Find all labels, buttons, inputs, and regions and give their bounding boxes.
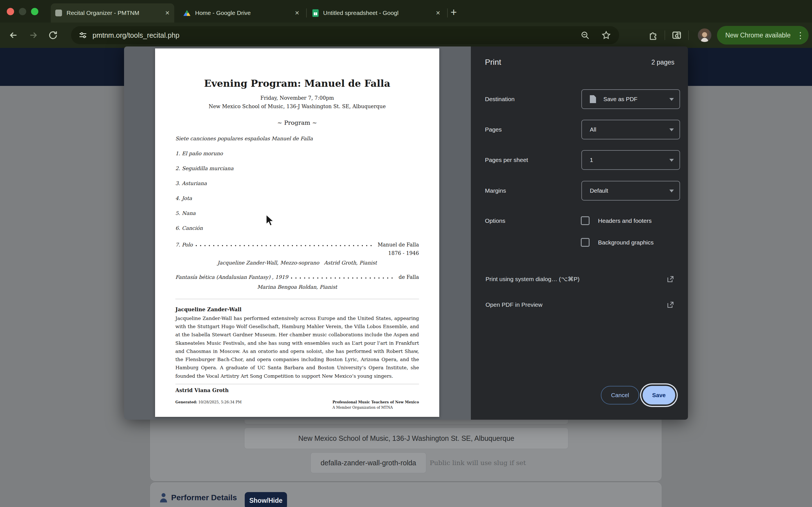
piece-row-polo: 7. Polo Manuel de Falla	[175, 242, 419, 247]
document-title: Evening Program: Manuel de Falla	[175, 78, 419, 89]
destination-value: Save as PDF	[603, 96, 638, 103]
options-label: Options	[485, 217, 505, 224]
screen: Recital Organizer - PMTNM ✕ Home - Googl…	[0, 0, 812, 507]
forward-icon[interactable]	[28, 30, 38, 40]
divider	[175, 384, 419, 384]
tab-spreadsheet[interactable]: Untitled spreadsheet - Googl ✕	[308, 3, 444, 22]
org-footer: Professional Music Teachers of New Mexic…	[333, 400, 419, 409]
generated-timestamp: Generated: 10/28/2025, 5:26:34 PM	[175, 400, 242, 409]
system-dialog-link[interactable]: Print using system dialog… (⌥⌘P)	[486, 274, 674, 284]
pages-per-sheet-select[interactable]: 1	[581, 150, 680, 170]
minimize-window-button[interactable]	[19, 8, 26, 15]
pages-select[interactable]: All	[581, 120, 680, 139]
print-dialog: Evening Program: Manuel de Falla Friday,…	[124, 47, 688, 420]
piece-title: Fantasía bética (Andalusian Fantasy) , 1…	[175, 274, 288, 280]
extensions-puzzle-icon[interactable]	[648, 30, 658, 40]
new-tab-button[interactable]: +	[451, 6, 457, 18]
movement-3: 3. Asturiana	[175, 180, 419, 186]
update-chrome-button[interactable]: New Chrome available ⋮	[717, 26, 809, 45]
composer-dates: 1876 - 1946	[175, 250, 419, 256]
tab-title: Untitled spreadsheet - Googl	[323, 10, 432, 16]
print-dialog-title: Print	[485, 58, 501, 67]
piece-row-fantasia: Fantasía bética (Andalusian Fantasy) , 1…	[175, 274, 419, 280]
slug-hint-text: Public link will use slug if set	[430, 459, 526, 466]
margins-label: Margins	[485, 187, 506, 194]
zoom-window-button[interactable]	[31, 8, 38, 15]
org-name: Professional Music Teachers of New Mexic…	[333, 400, 419, 404]
document-page: Evening Program: Manuel de Falla Friday,…	[155, 48, 439, 417]
bookmark-star-icon[interactable]	[601, 30, 611, 40]
site-settings-icon[interactable]	[79, 31, 87, 40]
background-graphics-label: Background graphics	[598, 239, 654, 246]
system-dialog-label: Print using system dialog… (⌥⌘P)	[486, 276, 579, 283]
address-bar[interactable]: pmtnm.org/tools_recital.php	[71, 26, 619, 44]
mouse-cursor	[265, 214, 277, 227]
movement-1: 1. El paño moruno	[175, 151, 419, 156]
tab-search-icon[interactable]	[671, 30, 682, 41]
open-pdf-preview-link[interactable]: Open PDF in Preview	[486, 300, 674, 310]
dot-leader	[196, 244, 375, 247]
show-hide-button[interactable]: Show/Hide	[245, 492, 287, 507]
bio-text-1: Jacqueline Zander-Wall has performed ext…	[175, 314, 419, 380]
save-label: Save	[652, 392, 666, 399]
org-subtitle: A Member Organization of MTNA	[333, 405, 419, 409]
movement-4: 4. Jota	[175, 195, 419, 201]
piece-composer: de Falla	[399, 274, 419, 280]
tab-separator	[447, 8, 448, 17]
piece-title: 7. Polo	[175, 242, 193, 247]
performers-line-1: Jacqueline Zander-Wall, Mezzo-soprano As…	[175, 260, 419, 266]
document-venue: New Mexico School of Music, 136-J Washin…	[175, 103, 419, 109]
sheets-favicon	[312, 9, 319, 17]
venue-address-value: New Mexico School of Music, 136-J Washin…	[298, 434, 514, 443]
close-window-button[interactable]	[7, 8, 14, 15]
margins-select[interactable]: Default	[581, 181, 680, 201]
profile-avatar[interactable]	[698, 29, 711, 42]
save-button[interactable]: Save	[643, 386, 675, 404]
person-icon	[159, 492, 168, 503]
movement-5: 5. Nana	[175, 210, 419, 216]
headers-footers-label: Headers and footers	[598, 217, 652, 224]
pmtnm-favicon	[55, 10, 62, 16]
performer-details-heading: Performer Details	[171, 493, 237, 502]
headers-footers-checkbox[interactable]	[581, 216, 590, 225]
window-controls	[7, 8, 38, 15]
tab-title: Recital Organizer - PMTNM	[66, 10, 161, 16]
zoom-out-icon[interactable]	[580, 31, 590, 40]
piece-composer: Manuel de Falla	[377, 242, 419, 247]
slug-value: defalla-zander-wall-groth-rolda	[320, 459, 416, 467]
reload-icon[interactable]	[48, 30, 58, 40]
bio-name-2: Astrid Viana Groth	[175, 387, 419, 393]
print-settings-panel: Print 2 pages Destination Save as PDF Pa…	[471, 47, 688, 420]
toolbar: pmtnm.org/tools_recital.php New Chr	[0, 22, 812, 48]
show-hide-label: Show/Hide	[249, 497, 283, 504]
close-tab-icon[interactable]: ✕	[165, 10, 170, 16]
destination-label: Destination	[485, 96, 515, 103]
program-heading: ~ Program ~	[175, 119, 419, 126]
pages-value: All	[590, 126, 596, 133]
movement-2: 2. Seguidilla murciana	[175, 165, 419, 171]
pdf-file-icon	[590, 95, 596, 103]
cycle-title: Siete canciones populares españolas Manu…	[175, 135, 419, 142]
open-pdf-preview-label: Open PDF in Preview	[486, 301, 543, 308]
print-preview-pane[interactable]: Evening Program: Manuel de Falla Friday,…	[124, 47, 471, 420]
performers-line-2: Marina Bengoa Roldan, Pianist	[175, 284, 419, 290]
tab-recital-organizer[interactable]: Recital Organizer - PMTNM ✕	[51, 3, 174, 22]
destination-select[interactable]: Save as PDF	[581, 89, 680, 109]
pages-per-sheet-label: Pages per sheet	[485, 157, 528, 163]
dot-leader	[291, 277, 396, 279]
document-datetime: Friday, November 7, 7:00pm	[175, 95, 419, 101]
browser-menu-icon[interactable]: ⋮	[796, 31, 805, 40]
background-graphics-checkbox[interactable]	[581, 238, 590, 247]
slug-input[interactable]: defalla-zander-wall-groth-rolda	[310, 452, 426, 473]
back-icon[interactable]	[8, 30, 18, 40]
margins-value: Default	[590, 187, 608, 194]
cancel-button[interactable]: Cancel	[601, 386, 639, 404]
close-tab-icon[interactable]: ✕	[436, 10, 441, 16]
tab-google-drive[interactable]: Home - Google Drive ✕	[179, 3, 303, 22]
venue-address-input[interactable]: New Mexico School of Music, 136-J Washin…	[244, 428, 568, 449]
url-text[interactable]: pmtnm.org/tools_recital.php	[93, 31, 580, 40]
close-tab-icon[interactable]: ✕	[295, 10, 299, 16]
cancel-label: Cancel	[611, 392, 629, 399]
drive-favicon	[183, 10, 191, 16]
divider	[175, 299, 419, 299]
